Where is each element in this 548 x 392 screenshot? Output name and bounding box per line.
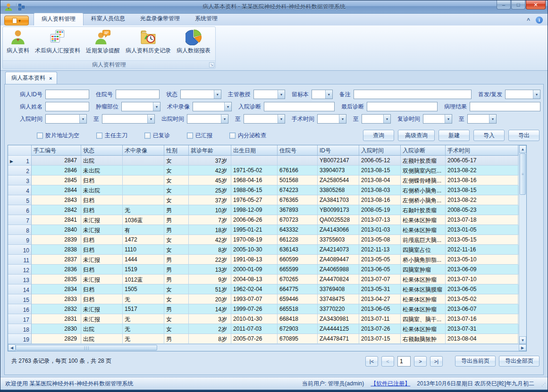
ribbon-tab[interactable]: 科室人员信息: [84, 13, 133, 25]
scroll-down-icon[interactable]: ▼: [519, 336, 526, 344]
action-button[interactable]: 新建: [438, 130, 470, 141]
ribbon-button-data-report[interactable]: 病人数据报表: [174, 28, 213, 60]
column-header[interactable]: 手工编号: [32, 145, 81, 156]
close-button[interactable]: ✕: [526, 0, 546, 9]
combo-arrow-icon[interactable]: ▾: [383, 115, 390, 123]
filter-input[interactable]: [45, 102, 89, 111]
table-row[interactable]: 112837未汇报1444男22岁1991-08-13660599ZA40894…: [8, 255, 519, 265]
filter-combo[interactable]: ▾: [423, 114, 452, 124]
filter-combo[interactable]: ▾: [362, 114, 391, 124]
row-header-cell[interactable]: 11: [8, 255, 32, 265]
table-row[interactable]: 72841未汇报1036蓝男7岁2006-06-26670723QA002552…: [8, 215, 519, 225]
action-button[interactable]: 导入: [473, 130, 505, 141]
filter-combo[interactable]: ▾: [121, 102, 160, 111]
row-header-cell[interactable]: 3: [8, 175, 32, 185]
row-header-cell[interactable]: 9: [8, 235, 32, 245]
filter-combo[interactable]: ▾: [180, 90, 221, 99]
column-header[interactable]: 入院时间: [359, 145, 401, 156]
action-button[interactable]: 高级查询: [398, 130, 435, 141]
table-row[interactable]: 182830出院无女2岁2011-07-03672903ZA4444125201…: [8, 324, 519, 334]
column-header[interactable]: 性别: [164, 145, 189, 156]
row-header-cell[interactable]: 12: [8, 265, 32, 275]
filter-combo[interactable]: ▾: [253, 90, 285, 99]
checkbox-icon[interactable]: [187, 133, 193, 139]
filter-combo[interactable]: ▾: [244, 114, 285, 124]
last-page-button[interactable]: >|: [430, 356, 443, 367]
row-header-cell[interactable]: 14: [8, 284, 32, 294]
filter-combo[interactable]: ▾: [102, 114, 155, 124]
table-row[interactable]: 62842归档无男10岁1998-12-09367893YB0099173200…: [8, 205, 519, 215]
action-button[interactable]: 查询: [363, 130, 394, 141]
checkbox-icon[interactable]: [96, 133, 102, 139]
filter-combo[interactable]: ▾: [317, 114, 346, 124]
table-row[interactable]: 172831未汇报无女3岁2010-01-30668418ZA343098120…: [8, 314, 519, 324]
scroll-up-icon[interactable]: ▲: [519, 145, 526, 153]
filter-input[interactable]: [264, 102, 335, 111]
filter-checkbox[interactable]: 已汇报: [187, 132, 212, 140]
filter-input[interactable]: [354, 90, 472, 99]
page-number-input[interactable]: [397, 356, 411, 367]
combo-arrow-icon[interactable]: ▾: [224, 102, 231, 111]
column-header[interactable]: 手术时间: [446, 145, 518, 156]
combo-arrow-icon[interactable]: ▾: [325, 90, 332, 99]
table-row[interactable]: 52843归档女37岁1976-05-27676365ZA38417032013…: [8, 195, 519, 205]
quick-access-icon[interactable]: [18, 3, 25, 11]
row-header-cell[interactable]: 19: [8, 334, 32, 344]
first-page-button[interactable]: |<: [365, 356, 378, 367]
combo-arrow-icon[interactable]: ▾: [221, 115, 228, 123]
horizontal-scrollbar[interactable]: ◀ ∣∣∣ ▶: [8, 344, 526, 351]
table-row[interactable]: 82840未汇报有男18岁1995-01-21643332ZA414306620…: [8, 225, 519, 235]
scroll-right-icon[interactable]: ▶: [519, 344, 526, 351]
row-header-cell[interactable]: 13: [8, 275, 32, 284]
filter-input[interactable]: [116, 90, 160, 99]
checkbox-icon[interactable]: [229, 133, 236, 139]
ribbon-tab[interactable]: 病人资料管理: [34, 13, 84, 25]
row-header-cell[interactable]: 15: [8, 294, 32, 304]
row-header-cell[interactable]: 5: [8, 195, 32, 205]
table-row[interactable]: 42844未出院女25岁1988-06-15674223338052682013…: [8, 185, 519, 195]
ribbon-button-history-record[interactable]: 病人资料历史记录: [123, 28, 174, 60]
filter-checkbox[interactable]: 主任主刀: [96, 132, 127, 140]
table-row[interactable]: ▶12847出院女37岁YB00721472006-05-12左额叶胶质瘤200…: [8, 156, 519, 166]
row-header-cell[interactable]: 4: [8, 185, 32, 195]
row-header-cell[interactable]: 16: [8, 304, 32, 314]
filter-combo[interactable]: ▾: [193, 102, 232, 111]
table-row[interactable]: 162832未汇报1517男14岁1999-07-266655183377022…: [8, 304, 519, 314]
combo-arrow-icon[interactable]: ▾: [278, 115, 285, 123]
horizontal-scroll-thumb[interactable]: ∣∣∣: [16, 345, 157, 350]
export-all-pages-button[interactable]: 导出全部页: [499, 356, 540, 367]
close-tab-icon[interactable]: ×: [49, 75, 52, 81]
table-row[interactable]: 32845归档女45岁1968-04-16501568ZA25805442013…: [8, 175, 519, 185]
combo-arrow-icon[interactable]: ▾: [153, 102, 160, 111]
filter-input[interactable]: [45, 90, 89, 99]
combo-arrow-icon[interactable]: ▾: [533, 90, 540, 99]
column-header[interactable]: 住院号: [278, 145, 318, 156]
filter-checkbox[interactable]: 已复诊: [144, 132, 170, 140]
row-header-cell[interactable]: 10: [8, 245, 32, 255]
info-icon[interactable]: i: [536, 17, 543, 24]
table-row[interactable]: 192829出院无男8岁2005-07-26670895ZA4478471201…: [8, 334, 519, 344]
next-page-button[interactable]: >: [414, 356, 427, 367]
maximize-button[interactable]: □: [511, 0, 525, 9]
table-row[interactable]: 22846未出院女42岁1971-05-02676166339040732013…: [8, 166, 519, 175]
scroll-left-icon[interactable]: ◀: [8, 344, 16, 351]
table-row[interactable]: 132835未汇报1012蓝男9岁2004-08-13670265ZA44708…: [8, 275, 519, 284]
filter-combo[interactable]: ▾: [45, 114, 87, 124]
filter-combo[interactable]: ▾: [187, 114, 228, 124]
filter-checkbox[interactable]: 胶片地址为空: [37, 132, 79, 140]
table-row[interactable]: 142834归档1505女51岁1962-02-0466477533769408…: [8, 284, 519, 294]
column-header[interactable]: 术中录像: [123, 145, 164, 156]
row-header-cell[interactable]: 17: [8, 314, 32, 324]
combo-arrow-icon[interactable]: ▾: [214, 90, 221, 99]
filter-input[interactable]: [470, 102, 540, 111]
filter-combo[interactable]: ▾: [505, 90, 540, 99]
row-header-cell[interactable]: 7: [8, 215, 32, 225]
minimize-button[interactable]: –: [497, 0, 511, 9]
combo-arrow-icon[interactable]: ▾: [489, 115, 496, 123]
row-header-cell[interactable]: 2: [8, 166, 32, 175]
filter-combo[interactable]: ▾: [467, 114, 497, 124]
row-header-cell[interactable]: 18: [8, 324, 32, 334]
action-button[interactable]: 导出: [508, 130, 540, 141]
vertical-scrollbar[interactable]: ▲ ≡ ▼: [519, 145, 526, 344]
combo-arrow-icon[interactable]: ▾: [147, 115, 154, 123]
